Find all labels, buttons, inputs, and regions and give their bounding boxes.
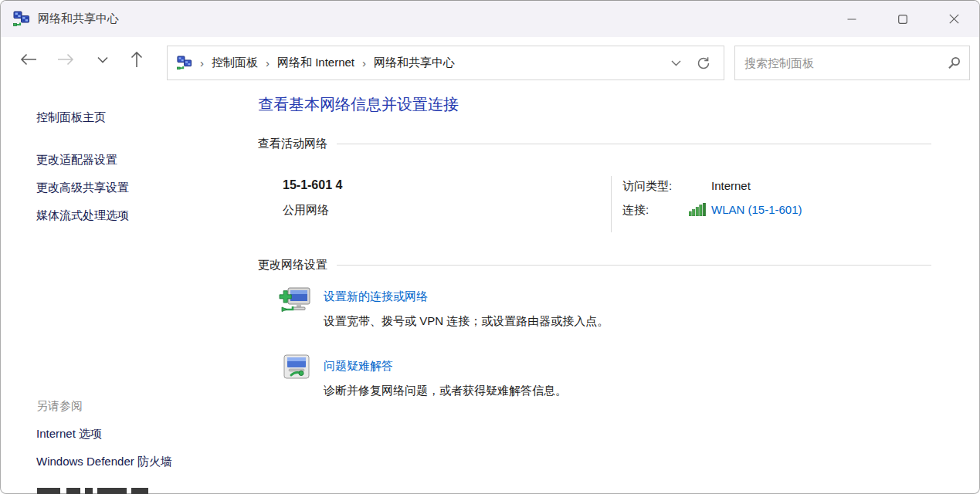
search-box bbox=[734, 46, 970, 80]
section-label: 查看活动网络 bbox=[258, 137, 327, 151]
back-arrow-icon bbox=[20, 53, 37, 66]
address-bar[interactable]: › 控制面板 › 网络和 Internet › 网络和共享中心 bbox=[167, 46, 724, 80]
search-input[interactable] bbox=[735, 46, 938, 80]
sidebar-item-control-panel-home[interactable]: 控制面板主页 bbox=[36, 110, 106, 125]
section-change-network-settings: 更改网络设置 bbox=[258, 258, 931, 272]
breadcrumb-location-icon bbox=[177, 56, 192, 71]
sidebar-item-windows-defender-firewall[interactable]: Windows Defender 防火墙 bbox=[36, 455, 172, 469]
forward-arrow-icon bbox=[57, 53, 74, 66]
breadcrumb-separator: › bbox=[258, 56, 277, 69]
network-app-icon bbox=[13, 11, 30, 28]
network-sharing-center-window: 网络和共享中心 bbox=[0, 0, 980, 494]
access-type-value: Internet bbox=[711, 179, 751, 192]
breadcrumb-network-sharing-center[interactable]: 网络和共享中心 bbox=[374, 56, 455, 70]
troubleshoot-desc: 诊断并修复网络问题，或者获得疑难解答信息。 bbox=[324, 384, 567, 398]
network-profile: 公用网络 bbox=[283, 203, 329, 218]
setup-new-connection-link[interactable]: 设置新的连接或网络 bbox=[324, 289, 428, 304]
wlan-link-text[interactable]: WLAN (15-1-601) bbox=[711, 203, 802, 216]
background-window-fragment bbox=[37, 488, 153, 494]
setup-new-connection-desc: 设置宽带、拨号或 VPN 连接；或设置路由器或接入点。 bbox=[324, 314, 609, 329]
troubleshoot-link[interactable]: 问题疑难解答 bbox=[324, 359, 393, 374]
window-title: 网络和共享中心 bbox=[38, 12, 119, 26]
network-name: 15-1-601 4 bbox=[283, 178, 342, 192]
breadcrumb-separator: › bbox=[192, 56, 212, 69]
caption-buttons bbox=[826, 1, 979, 37]
section-view-active-networks: 查看活动网络 bbox=[258, 137, 931, 151]
back-button[interactable] bbox=[12, 44, 46, 75]
sidebar-item-media-streaming-options[interactable]: 媒体流式处理选项 bbox=[36, 208, 129, 223]
refresh-icon bbox=[697, 56, 710, 70]
troubleshoot-icon bbox=[283, 354, 310, 379]
wifi-signal-icon bbox=[689, 203, 707, 216]
maximize-button[interactable] bbox=[877, 1, 928, 37]
connection-wlan-link[interactable]: WLAN (15-1-601) bbox=[711, 203, 802, 216]
section-label: 更改网络设置 bbox=[258, 258, 327, 272]
up-arrow-icon bbox=[131, 51, 143, 68]
chevron-down-icon bbox=[97, 56, 108, 63]
section-rule bbox=[337, 144, 931, 144]
sidebar-item-change-adapter-settings[interactable]: 更改适配器设置 bbox=[36, 153, 117, 167]
breadcrumb-network-internet[interactable]: 网络和 Internet bbox=[277, 56, 354, 70]
network-columns-divider bbox=[611, 176, 612, 232]
refresh-button[interactable] bbox=[690, 48, 717, 79]
close-button[interactable] bbox=[928, 1, 979, 37]
sidebar-item-change-advanced-sharing[interactable]: 更改高级共享设置 bbox=[36, 181, 129, 195]
minimize-button[interactable] bbox=[826, 1, 877, 37]
connections-label: 连接: bbox=[622, 203, 649, 218]
up-button[interactable] bbox=[120, 44, 154, 75]
new-connection-icon bbox=[279, 283, 313, 317]
titlebar: 网络和共享中心 bbox=[1, 1, 979, 37]
breadcrumb-control-panel[interactable]: 控制面板 bbox=[212, 56, 258, 70]
sidebar-item-internet-options[interactable]: Internet 选项 bbox=[36, 427, 102, 442]
section-rule bbox=[337, 265, 931, 266]
chevron-down-icon bbox=[671, 60, 681, 66]
navigation-toolbar: › 控制面板 › 网络和 Internet › 网络和共享中心 bbox=[1, 37, 979, 82]
breadcrumb-separator: › bbox=[354, 56, 374, 69]
troubleshoot-text[interactable]: 问题疑难解答 bbox=[324, 359, 393, 372]
sidebar-see-also-header: 另请参阅 bbox=[36, 399, 83, 414]
setup-new-connection-text[interactable]: 设置新的连接或网络 bbox=[324, 289, 428, 303]
access-type-label: 访问类型: bbox=[622, 179, 672, 194]
address-dropdown-button[interactable] bbox=[662, 48, 690, 79]
forward-button[interactable] bbox=[49, 44, 83, 75]
page-title: 查看基本网络信息并设置连接 bbox=[258, 94, 459, 115]
search-icon[interactable] bbox=[938, 56, 969, 69]
recent-pages-button[interactable] bbox=[86, 44, 120, 75]
